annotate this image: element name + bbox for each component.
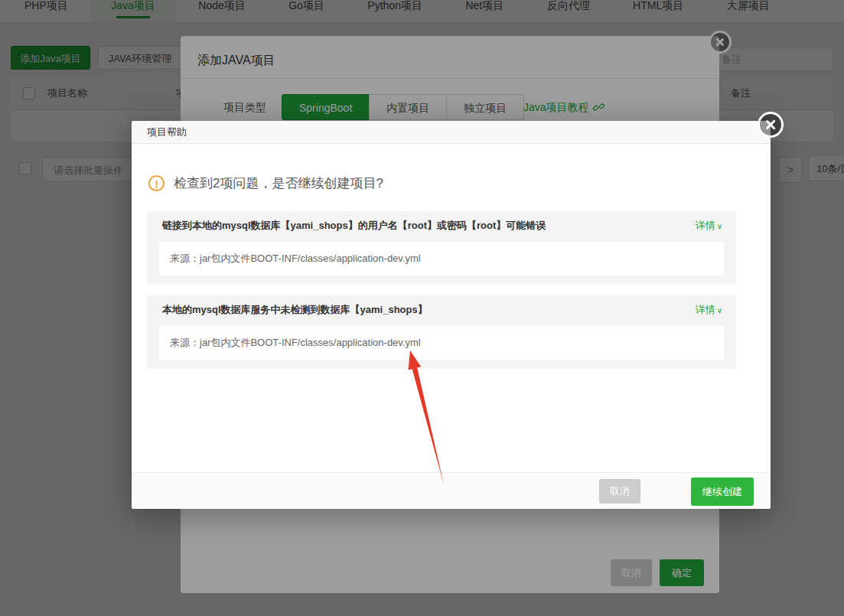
modal-header: 项目帮助	[132, 121, 771, 144]
chevron-down-icon: ∨	[717, 222, 722, 230]
detail-link[interactable]: 详情∨	[696, 303, 722, 317]
screenshot-root: PHP项目 Java项目 Node项目 Go项目 Python项目 Net项目 …	[0, 0, 844, 616]
warning-question: 检查到2项问题，是否继续创建项目?	[174, 174, 383, 192]
detail-link[interactable]: 详情∨	[696, 219, 722, 233]
close-icon[interactable]	[758, 112, 784, 138]
cancel-button[interactable]: 取消	[599, 479, 640, 504]
issue-title: 本地的mysql数据库服务中未检测到数据库【yami_shops】	[162, 303, 696, 317]
issue-header: 链接到本地的mysql数据库【yami_shops】的用户名【root】或密码【…	[147, 211, 736, 240]
issue-source: 来源：jar包内文件BOOT-INF/classes/application-d…	[159, 326, 724, 360]
issue-source: 来源：jar包内文件BOOT-INF/classes/application-d…	[159, 242, 724, 275]
issue-block: 链接到本地的mysql数据库【yami_shops】的用户名【root】或密码【…	[147, 211, 736, 285]
continue-create-button[interactable]: 继续创建	[691, 477, 754, 506]
project-help-modal: 项目帮助 ! 检查到2项问题，是否继续创建项目? 链接到本地的mysql数据库【…	[132, 121, 771, 509]
modal-title: 项目帮助	[147, 121, 187, 144]
issue-block: 本地的mysql数据库服务中未检测到数据库【yami_shops】 详情∨ 来源…	[147, 295, 736, 369]
warning-icon: !	[148, 175, 165, 191]
issue-title: 链接到本地的mysql数据库【yami_shops】的用户名【root】或密码【…	[162, 219, 696, 233]
warning-row: ! 检查到2项问题，是否继续创建项目?	[148, 174, 383, 192]
modal-footer: 取消 继续创建	[132, 472, 771, 509]
issue-header: 本地的mysql数据库服务中未检测到数据库【yami_shops】 详情∨	[147, 295, 736, 324]
chevron-down-icon: ∨	[717, 306, 722, 315]
